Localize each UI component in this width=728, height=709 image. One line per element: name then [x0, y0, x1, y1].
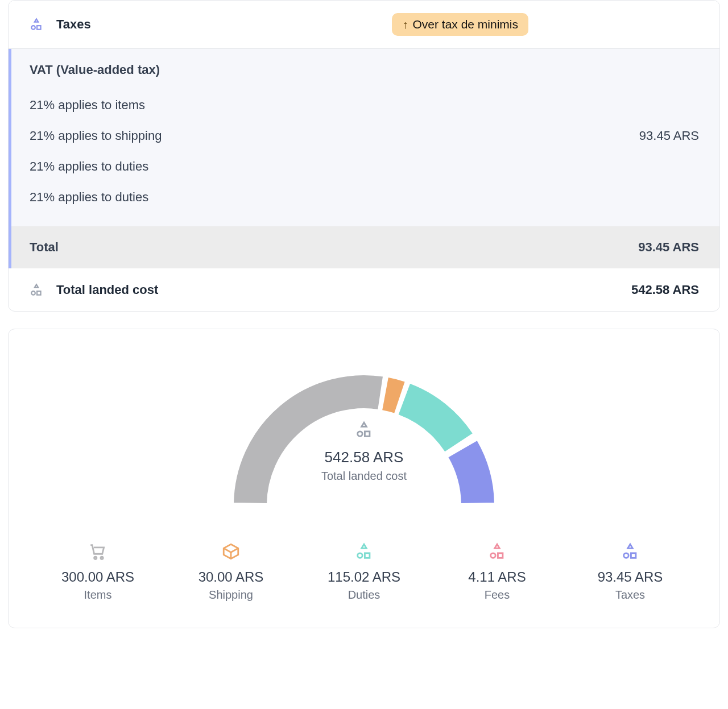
svg-point-0 [31, 26, 35, 29]
tax-line: 21% applies to duties [30, 151, 699, 182]
box-icon [221, 546, 241, 555]
shapes-icon [354, 424, 374, 434]
tax-line: 21% applies to shipping 93.45 ARS [30, 121, 699, 151]
svg-rect-3 [37, 291, 41, 295]
cart-icon [88, 546, 107, 555]
svg-point-6 [94, 557, 97, 559]
landed-cost-row: Total landed cost 542.58 ARS [9, 268, 719, 311]
over-de-minimis-badge: ↑ Over tax de minimis [392, 13, 528, 36]
tax-line-label: 21% applies to shipping [30, 128, 162, 143]
shapes-icon [354, 546, 374, 555]
donut-center-label: Total landed cost [216, 470, 512, 483]
badge-text: Over tax de minimis [412, 18, 518, 31]
tax-line-label: 21% applies to duties [30, 159, 148, 174]
legend-amount: 115.02 ARS [297, 569, 431, 585]
legend: 300.00 ARS Items 30.00 ARS Shipping [31, 542, 697, 602]
taxes-total-row: Total 93.45 ARS [9, 226, 719, 268]
legend-amount: 300.00 ARS [31, 569, 164, 585]
vat-subhead: VAT (Value-added tax) [30, 63, 699, 77]
legend-items: 300.00 ARS Items [31, 542, 164, 602]
donut-chart: 542.58 ARS Total landed cost [216, 358, 512, 519]
taxes-header: Taxes ↑ Over tax de minimis [9, 1, 719, 49]
svg-point-12 [624, 553, 629, 558]
legend-label: Shipping [164, 588, 297, 602]
svg-point-2 [31, 291, 35, 295]
svg-point-10 [491, 553, 496, 558]
taxes-card: Taxes ↑ Over tax de minimis VAT (Value-a… [8, 0, 720, 312]
legend-label: Taxes [564, 588, 697, 602]
legend-label: Duties [297, 588, 431, 602]
tax-line: 21% applies to items [30, 90, 699, 121]
svg-rect-1 [37, 26, 41, 29]
svg-rect-5 [365, 432, 370, 437]
tax-line-label: 21% applies to items [30, 98, 145, 113]
donut-center-amount: 542.58 ARS [216, 449, 512, 466]
tax-line-amount: 93.45 ARS [639, 128, 699, 143]
taxes-body: VAT (Value-added tax) 21% applies to ite… [9, 49, 719, 226]
donut-center: 542.58 ARS Total landed cost [216, 420, 512, 483]
shapes-icon [487, 546, 507, 555]
landed-cost-label: Total landed cost [56, 283, 158, 297]
shapes-icon [29, 282, 44, 297]
shapes-icon [29, 17, 44, 32]
legend-amount: 93.45 ARS [564, 569, 697, 585]
legend-label: Fees [431, 588, 564, 602]
legend-taxes: 93.45 ARS Taxes [564, 542, 697, 602]
svg-rect-13 [631, 553, 636, 558]
legend-amount: 4.11 ARS [431, 569, 564, 585]
svg-point-7 [101, 557, 103, 559]
taxes-total-label: Total [30, 240, 59, 255]
breakdown-card: 542.58 ARS Total landed cost 300.00 ARS … [8, 329, 720, 628]
svg-point-8 [358, 553, 363, 558]
svg-rect-11 [498, 553, 503, 558]
legend-duties: 115.02 ARS Duties [297, 542, 431, 602]
legend-fees: 4.11 ARS Fees [431, 542, 564, 602]
svg-point-4 [358, 432, 363, 437]
tax-line-label: 21% applies to duties [30, 190, 148, 205]
landed-cost-amount: 542.58 ARS [631, 283, 699, 297]
svg-rect-9 [365, 553, 370, 558]
shapes-icon [621, 546, 640, 555]
taxes-total-amount: 93.45 ARS [638, 240, 699, 255]
tax-line: 21% applies to duties [30, 182, 699, 213]
legend-shipping: 30.00 ARS Shipping [164, 542, 297, 602]
taxes-title: Taxes [56, 17, 91, 32]
legend-amount: 30.00 ARS [164, 569, 297, 585]
legend-label: Items [31, 588, 164, 602]
arrow-up-icon: ↑ [402, 18, 408, 31]
